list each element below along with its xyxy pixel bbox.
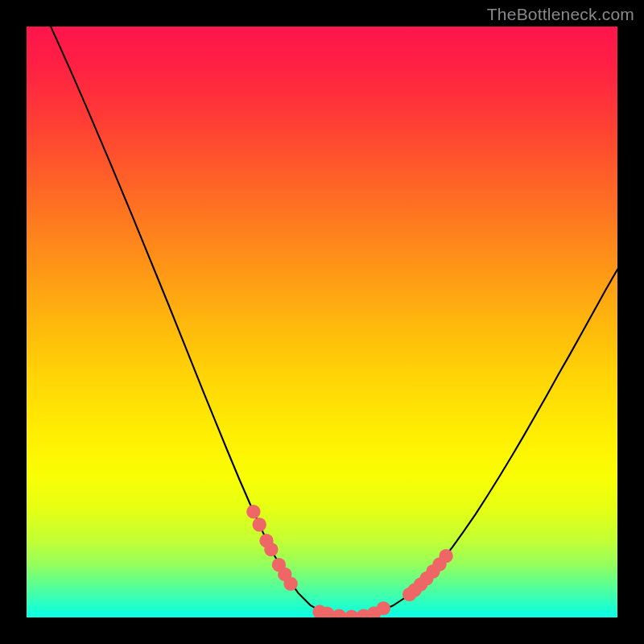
watermark-text: TheBottleneck.com (487, 5, 634, 24)
right-cluster-markers (402, 549, 453, 601)
svg-point-0 (246, 505, 260, 518)
chart-frame: TheBottleneck.com (0, 0, 644, 644)
svg-point-9 (332, 609, 346, 617)
plot-area (27, 27, 617, 617)
svg-point-3 (264, 543, 278, 556)
chart-svg (27, 27, 617, 617)
curve-path (51, 27, 617, 617)
svg-point-13 (377, 601, 390, 615)
svg-point-6 (283, 576, 297, 590)
svg-point-20 (439, 549, 452, 563)
left-cluster-markers (246, 505, 298, 591)
bottom-cluster-markers (312, 601, 390, 617)
svg-point-1 (253, 518, 266, 531)
